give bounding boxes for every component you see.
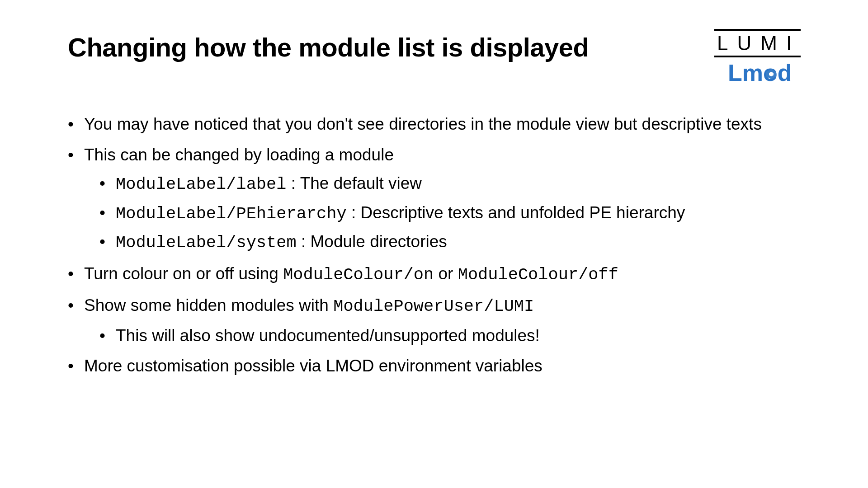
bullet-text: : Module directories bbox=[297, 232, 447, 251]
code-text: ModuleColour/off bbox=[458, 265, 618, 284]
bullet-text: Show some hidden modules with bbox=[84, 296, 333, 314]
lmod-post: d bbox=[778, 60, 792, 86]
bullet-list: You may have noticed that you don't see … bbox=[68, 112, 814, 379]
code-text: ModuleColour/on bbox=[283, 265, 434, 284]
bullet-text: This can be changed by loading a module bbox=[84, 145, 394, 164]
lmod-o-icon: o bbox=[763, 61, 778, 84]
code-text: ModulePowerUser/LUMI bbox=[333, 297, 534, 316]
bullet-text: You may have noticed that you don't see … bbox=[84, 115, 762, 133]
list-item: This can be changed by loading a module … bbox=[68, 142, 814, 256]
list-item: Turn colour on or off using ModuleColour… bbox=[68, 261, 814, 288]
lmod-logo: Lmod bbox=[728, 61, 814, 84]
sub-list: ModuleLabel/label : The default view Mod… bbox=[84, 171, 814, 256]
list-item: Show some hidden modules with ModulePowe… bbox=[68, 293, 814, 348]
code-text: ModuleLabel/system bbox=[116, 233, 297, 252]
list-item: More customisation possible via LMOD env… bbox=[68, 353, 814, 379]
lumi-logo: LUMI bbox=[714, 29, 801, 57]
list-item: This will also show undocumented/unsuppo… bbox=[99, 323, 814, 348]
bullet-text: Turn colour on or off using bbox=[84, 264, 283, 283]
bullet-text: : Descriptive texts and unfolded PE hier… bbox=[347, 203, 685, 222]
slide: Changing how the module list is displaye… bbox=[0, 0, 868, 488]
list-item: ModuleLabel/PEhierarchy : Descriptive te… bbox=[99, 200, 814, 227]
list-item: ModuleLabel/label : The default view bbox=[99, 171, 814, 197]
list-item: You may have noticed that you don't see … bbox=[68, 112, 814, 137]
code-text: ModuleLabel/PEhierarchy bbox=[116, 204, 347, 223]
lmod-pre: Lm bbox=[728, 60, 763, 86]
bullet-text: or bbox=[434, 264, 458, 283]
slide-title: Changing how the module list is displaye… bbox=[68, 27, 589, 63]
code-text: ModuleLabel/label bbox=[116, 175, 286, 194]
bullet-text: This will also show undocumented/unsuppo… bbox=[116, 326, 540, 345]
header-row: Changing how the module list is displaye… bbox=[68, 27, 814, 84]
bullet-text: More customisation possible via LMOD env… bbox=[84, 357, 542, 375]
list-item: ModuleLabel/system : Module directories bbox=[99, 229, 814, 256]
sub-list: This will also show undocumented/unsuppo… bbox=[84, 323, 814, 348]
bullet-text: : The default view bbox=[286, 174, 422, 192]
logo-box: LUMI Lmod bbox=[714, 27, 814, 84]
